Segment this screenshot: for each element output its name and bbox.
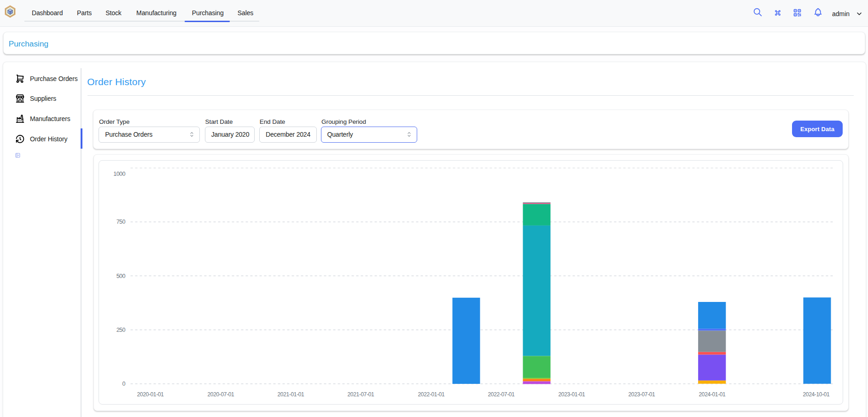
svg-text:2022-07-01: 2022-07-01 bbox=[488, 391, 515, 398]
svg-text:2024-10-01: 2024-10-01 bbox=[803, 391, 830, 398]
svg-text:250: 250 bbox=[117, 327, 126, 333]
svg-text:750: 750 bbox=[117, 219, 126, 226]
svg-text:0: 0 bbox=[122, 381, 126, 387]
svg-text:500: 500 bbox=[117, 273, 126, 279]
svg-text:2021-07-01: 2021-07-01 bbox=[348, 391, 375, 398]
svg-text:2020-07-01: 2020-07-01 bbox=[208, 391, 235, 398]
svg-text:2021-01-01: 2021-01-01 bbox=[278, 391, 305, 398]
svg-text:2024-01-01: 2024-01-01 bbox=[699, 391, 726, 398]
svg-text:2023-07-01: 2023-07-01 bbox=[629, 391, 656, 398]
svg-text:2022-01-01: 2022-01-01 bbox=[418, 391, 445, 398]
svg-text:2023-01-01: 2023-01-01 bbox=[559, 391, 586, 398]
svg-text:1000: 1000 bbox=[114, 171, 126, 177]
svg-text:2020-01-01: 2020-01-01 bbox=[137, 391, 164, 398]
